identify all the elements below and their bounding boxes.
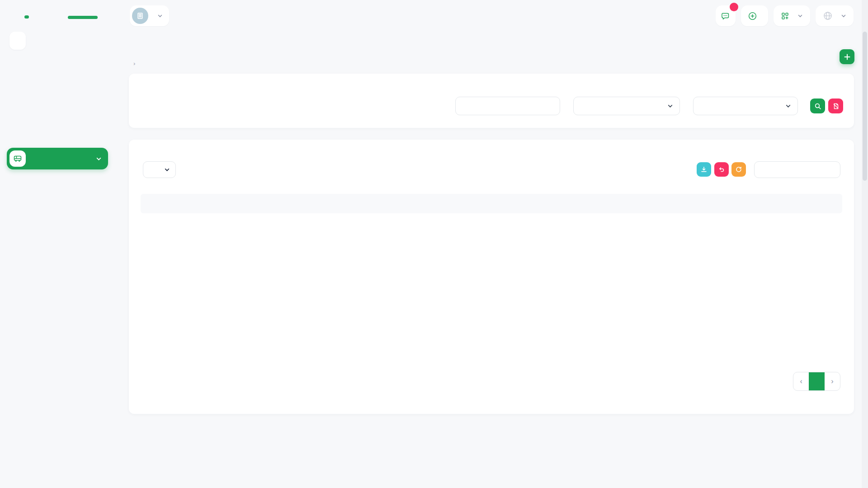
pagination-prev-button[interactable]: ‹ bbox=[793, 372, 809, 390]
filter-vehicle-type-select[interactable] bbox=[573, 97, 680, 115]
pagination: ‹ › bbox=[793, 372, 840, 391]
create-workspace-button[interactable] bbox=[741, 5, 768, 26]
undo-button[interactable] bbox=[714, 162, 729, 177]
filter-search-button[interactable] bbox=[810, 99, 825, 113]
scrollbar-track[interactable] bbox=[862, 0, 868, 488]
clear-filter-icon bbox=[832, 103, 840, 110]
download-icon bbox=[700, 166, 708, 173]
chevron-down-icon bbox=[841, 13, 846, 19]
building-icon bbox=[136, 11, 145, 20]
sidebar-item-fleet[interactable] bbox=[7, 148, 108, 169]
plus-circle-icon bbox=[748, 12, 757, 20]
workspace-switcher[interactable] bbox=[130, 5, 169, 26]
chat-icon bbox=[721, 11, 731, 21]
chevron-down-icon bbox=[785, 103, 791, 109]
scrollbar-thumb[interactable] bbox=[863, 32, 867, 181]
search-icon bbox=[814, 103, 821, 110]
globe-icon bbox=[823, 11, 833, 21]
chat-badge bbox=[730, 3, 738, 11]
chevron-down-icon bbox=[164, 167, 170, 173]
sidebar-item-partial bbox=[9, 32, 26, 50]
workspace-avatar bbox=[132, 8, 148, 24]
manage-vehicle-page: › bbox=[0, 0, 868, 488]
pagination-page-1[interactable] bbox=[809, 372, 824, 390]
vehicle-table-card: ‹ › bbox=[129, 140, 854, 414]
chevron-down-icon bbox=[96, 156, 102, 162]
sidebar bbox=[0, 0, 116, 488]
entries-per-page-select[interactable] bbox=[143, 161, 176, 178]
chevron-down-icon bbox=[157, 13, 163, 19]
language-selector[interactable] bbox=[816, 5, 854, 26]
add-vehicle-button[interactable] bbox=[840, 49, 854, 64]
chevron-right-icon: › bbox=[133, 60, 135, 67]
refresh-button[interactable] bbox=[731, 162, 746, 177]
grid-plus-icon bbox=[781, 12, 789, 20]
account-menu[interactable] bbox=[774, 5, 810, 26]
table-search-input[interactable] bbox=[754, 161, 840, 178]
chat-button[interactable] bbox=[716, 5, 736, 26]
table-header-row bbox=[141, 194, 842, 213]
plus-icon bbox=[844, 53, 851, 61]
filter-fuel-type-select[interactable] bbox=[693, 97, 798, 115]
chevron-down-icon bbox=[797, 13, 803, 19]
bus-icon bbox=[9, 150, 26, 167]
filter-clear-button[interactable] bbox=[828, 99, 843, 113]
filter-name-input[interactable] bbox=[455, 97, 560, 115]
breadcrumb: › bbox=[129, 60, 140, 67]
chevron-down-icon bbox=[667, 103, 673, 109]
filter-card bbox=[129, 74, 854, 128]
export-button[interactable] bbox=[697, 162, 711, 177]
pagination-next-button[interactable]: › bbox=[825, 372, 840, 390]
refresh-icon bbox=[735, 166, 742, 173]
undo-icon bbox=[718, 166, 725, 173]
